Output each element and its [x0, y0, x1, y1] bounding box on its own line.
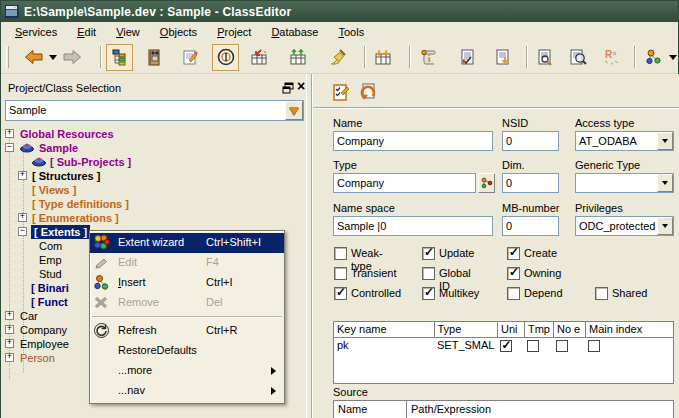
object-balls-button[interactable] [640, 44, 667, 71]
generic-type-combo[interactable] [575, 173, 674, 193]
clean-broom-button[interactable] [325, 44, 352, 71]
key-table-row[interactable]: pk SET_SMAL [334, 337, 673, 353]
edit-document-icon [182, 49, 199, 66]
menu-tools[interactable]: Tools [328, 24, 374, 40]
tmp-checkbox[interactable] [527, 340, 539, 352]
tree-expander[interactable] [5, 311, 14, 320]
main-toolbar: i [1, 41, 678, 74]
class-properties-panel: Name NSID Access type AT_ODABA Type Dim.… [312, 74, 679, 418]
menu-item-remove[interactable]: Remove Del [90, 293, 284, 313]
tree-view-button[interactable] [106, 44, 133, 71]
forward-arrow-icon [62, 49, 82, 65]
balls-insert-icon [93, 274, 110, 291]
dropdown-caret-icon [662, 139, 668, 143]
load-table-button[interactable] [370, 44, 397, 71]
menu-edit[interactable]: Edit [67, 24, 106, 40]
menu-item-restore-defaults[interactable]: RestoreDefaults [90, 341, 284, 361]
menu-services[interactable]: Services [5, 24, 67, 40]
menu-item-extent-wizard[interactable]: Extent wizard Ctrl+Shift+I [90, 233, 284, 253]
name-label: Name [333, 117, 362, 130]
class-editor-mode-icon [217, 48, 235, 66]
nsid-field[interactable] [502, 131, 559, 151]
rename-refactor-button[interactable]: R [597, 44, 624, 71]
no-e-checkbox[interactable] [556, 340, 568, 352]
orange-arrow-icon [289, 107, 299, 115]
revert-icon [359, 83, 378, 102]
source-table: Name Path/Expression [333, 400, 674, 418]
name-field[interactable] [333, 131, 493, 151]
project-combo-dropdown[interactable] [285, 101, 303, 120]
save-document-icon [494, 49, 511, 66]
import-table-button[interactable] [245, 44, 272, 71]
menu-item-insert[interactable]: Insert Ctrl+I [90, 273, 284, 293]
privileges-combo[interactable]: ODC_protected [575, 216, 674, 236]
tree-expander[interactable] [18, 213, 27, 222]
menu-item-more[interactable]: ...more [90, 361, 284, 381]
type-browse-icon [481, 177, 493, 189]
access-type-combo[interactable]: AT_ODABA [575, 131, 674, 151]
combo-dropdown[interactable] [657, 174, 673, 192]
clean-broom-icon [330, 49, 347, 66]
balls-wizard-icon [93, 234, 110, 251]
tree-expander[interactable] [5, 353, 14, 362]
combo-dropdown[interactable] [657, 132, 673, 150]
save-document-button[interactable] [489, 44, 516, 71]
script-info-button[interactable]: i [415, 44, 442, 71]
search-document-button[interactable] [532, 44, 559, 71]
tree-view-icon [111, 49, 128, 66]
close-panel-icon[interactable]: × [297, 78, 305, 94]
type-field[interactable] [333, 173, 476, 193]
menu-item-edit[interactable]: Edit F4 [90, 253, 284, 273]
check-document-button[interactable] [454, 44, 481, 71]
menu-database[interactable]: Database [261, 24, 328, 40]
refresh-icon [93, 322, 110, 339]
project-combo[interactable]: Sample [5, 100, 304, 121]
menu-bar: Services Edit View Objects Project Datab… [1, 22, 678, 41]
edit-properties-button[interactable] [329, 80, 353, 104]
title-bar[interactable]: E:\Sample\Sample.dev : Sample - ClassEdi… [1, 1, 678, 22]
export-table-button[interactable] [284, 44, 311, 71]
back-arrow-icon [24, 49, 44, 65]
class-editor-mode-button[interactable] [212, 44, 239, 71]
access-type-label: Access type [575, 117, 634, 130]
dictionary-book-icon [146, 49, 162, 66]
tree-expander[interactable] [5, 325, 14, 334]
tree-expander[interactable] [18, 171, 27, 180]
preview-document-button[interactable] [564, 44, 591, 71]
uni-checkbox[interactable] [500, 340, 512, 352]
key-table-header: Key name Type Uni Tmp No e Main index [334, 322, 673, 337]
dropdown-caret-icon [669, 55, 677, 60]
forward-arrow-button[interactable] [59, 44, 86, 71]
svg-text:R: R [605, 49, 613, 60]
dictionary-book-button[interactable] [141, 44, 168, 71]
search-document-icon [536, 49, 553, 66]
type-browse-button[interactable] [478, 173, 495, 193]
namespace-field[interactable] [333, 216, 493, 236]
back-history-dropdown[interactable] [48, 44, 59, 71]
tree-expander[interactable] [5, 339, 14, 348]
menu-project[interactable]: Project [207, 24, 261, 40]
menu-objects[interactable]: Objects [150, 24, 207, 40]
mb-number-field[interactable] [502, 216, 559, 236]
tree-expander[interactable] [18, 227, 27, 236]
dropdown-caret-icon [49, 55, 57, 60]
menu-separator [92, 316, 282, 318]
dropdown-caret-icon [662, 181, 668, 185]
menu-view[interactable]: View [106, 24, 150, 40]
back-arrow-button[interactable] [21, 44, 48, 71]
float-panel-icon[interactable] [282, 82, 294, 94]
combo-dropdown[interactable] [657, 217, 673, 235]
type-label: Type [333, 159, 357, 172]
dim-field[interactable] [502, 173, 559, 193]
toolbar-gripper[interactable] [6, 46, 9, 68]
main-index-checkbox[interactable] [588, 340, 600, 352]
menu-item-nav[interactable]: ...nav [90, 381, 284, 401]
tree-expander[interactable] [5, 129, 14, 138]
object-balls-dropdown[interactable] [667, 44, 678, 71]
app-window-icon [5, 5, 19, 18]
tree-expander[interactable] [5, 143, 14, 152]
dim-label: Dim. [502, 159, 525, 172]
menu-item-refresh[interactable]: Refresh Ctrl+R [90, 321, 284, 341]
revert-button[interactable] [356, 80, 380, 104]
edit-document-button[interactable] [178, 44, 205, 71]
